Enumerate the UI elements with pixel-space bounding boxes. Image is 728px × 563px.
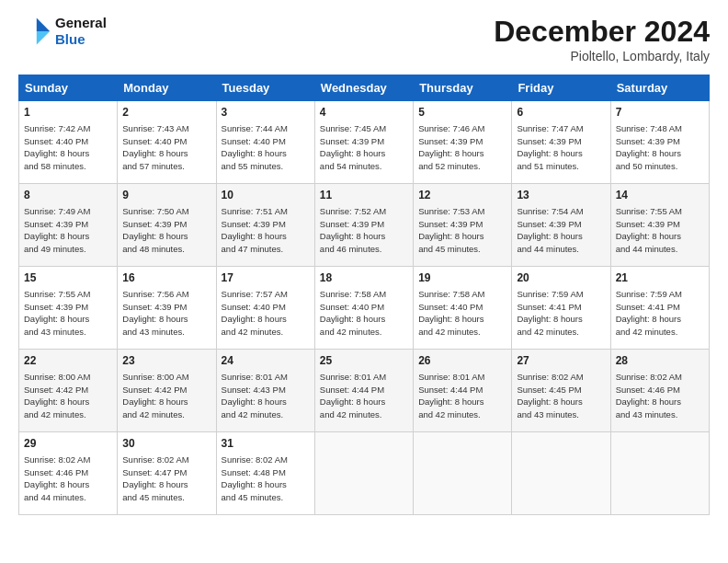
calendar-day-21: 21Sunrise: 7:59 AM Sunset: 4:41 PM Dayli… bbox=[610, 267, 709, 350]
day-number: 8 bbox=[24, 188, 112, 203]
day-number: 13 bbox=[517, 188, 605, 203]
day-info: Sunrise: 8:02 AM Sunset: 4:46 PM Dayligh… bbox=[616, 371, 704, 421]
day-number: 22 bbox=[24, 353, 112, 369]
day-number: 5 bbox=[418, 105, 506, 121]
day-info: Sunrise: 7:44 AM Sunset: 4:40 PM Dayligh… bbox=[222, 122, 310, 173]
calendar-day-3: 3Sunrise: 7:44 AM Sunset: 4:40 PM Daylig… bbox=[216, 101, 314, 184]
title-block: December 2024 Pioltello, Lombardy, Italy bbox=[494, 15, 710, 63]
day-number: 29 bbox=[24, 436, 112, 452]
day-number: 16 bbox=[122, 270, 210, 286]
calendar-day-31: 31Sunrise: 8:02 AM Sunset: 4:48 PM Dayli… bbox=[216, 432, 314, 515]
day-number: 26 bbox=[418, 353, 506, 369]
day-number: 23 bbox=[122, 353, 210, 369]
weekday-header-saturday: Saturday bbox=[610, 75, 709, 101]
calendar-day-9: 9Sunrise: 7:50 AM Sunset: 4:39 PM Daylig… bbox=[118, 184, 216, 267]
calendar-day-6: 6Sunrise: 7:47 AM Sunset: 4:39 PM Daylig… bbox=[512, 101, 610, 184]
day-info: Sunrise: 7:58 AM Sunset: 4:40 PM Dayligh… bbox=[418, 288, 506, 339]
day-info: Sunrise: 7:42 AM Sunset: 4:40 PM Dayligh… bbox=[24, 122, 112, 173]
day-info: Sunrise: 8:01 AM Sunset: 4:44 PM Dayligh… bbox=[418, 371, 506, 421]
calendar-day-25: 25Sunrise: 8:01 AM Sunset: 4:44 PM Dayli… bbox=[314, 350, 413, 432]
day-info: Sunrise: 7:48 AM Sunset: 4:39 PM Dayligh… bbox=[616, 122, 704, 173]
day-number: 9 bbox=[122, 188, 210, 203]
calendar-day-8: 8Sunrise: 7:49 AM Sunset: 4:39 PM Daylig… bbox=[19, 184, 118, 267]
calendar-day-10: 10Sunrise: 7:51 AM Sunset: 4:39 PM Dayli… bbox=[216, 184, 314, 267]
calendar-day-7: 7Sunrise: 7:48 AM Sunset: 4:39 PM Daylig… bbox=[610, 101, 709, 184]
day-number: 31 bbox=[222, 436, 310, 452]
calendar-day-27: 27Sunrise: 8:02 AM Sunset: 4:45 PM Dayli… bbox=[512, 350, 610, 432]
day-info: Sunrise: 8:02 AM Sunset: 4:48 PM Dayligh… bbox=[222, 454, 310, 504]
calendar-day-20: 20Sunrise: 7:59 AM Sunset: 4:41 PM Dayli… bbox=[512, 267, 610, 350]
weekday-header-row: SundayMondayTuesdayWednesdayThursdayFrid… bbox=[19, 75, 710, 101]
calendar-day-16: 16Sunrise: 7:56 AM Sunset: 4:39 PM Dayli… bbox=[118, 267, 216, 350]
svg-marker-0 bbox=[37, 18, 50, 31]
weekday-header-monday: Monday bbox=[118, 75, 216, 101]
day-info: Sunrise: 7:58 AM Sunset: 4:40 PM Dayligh… bbox=[320, 288, 408, 339]
day-info: Sunrise: 8:01 AM Sunset: 4:44 PM Dayligh… bbox=[320, 371, 408, 421]
calendar-day-22: 22Sunrise: 8:00 AM Sunset: 4:42 PM Dayli… bbox=[19, 350, 118, 432]
day-info: Sunrise: 7:57 AM Sunset: 4:40 PM Dayligh… bbox=[222, 288, 310, 339]
calendar-day-24: 24Sunrise: 8:01 AM Sunset: 4:43 PM Dayli… bbox=[216, 350, 314, 432]
calendar-day-26: 26Sunrise: 8:01 AM Sunset: 4:44 PM Dayli… bbox=[414, 350, 512, 432]
empty-cell bbox=[414, 432, 512, 515]
weekday-header-friday: Friday bbox=[512, 75, 610, 101]
logo-text: General Blue bbox=[55, 15, 107, 48]
day-info: Sunrise: 8:01 AM Sunset: 4:43 PM Dayligh… bbox=[222, 371, 310, 421]
calendar-day-28: 28Sunrise: 8:02 AM Sunset: 4:46 PM Dayli… bbox=[610, 350, 709, 432]
calendar-day-1: 1Sunrise: 7:42 AM Sunset: 4:40 PM Daylig… bbox=[19, 101, 118, 184]
calendar-day-29: 29Sunrise: 8:02 AM Sunset: 4:46 PM Dayli… bbox=[19, 432, 118, 515]
calendar-day-19: 19Sunrise: 7:58 AM Sunset: 4:40 PM Dayli… bbox=[414, 267, 512, 350]
calendar-table: SundayMondayTuesdayWednesdayThursdayFrid… bbox=[18, 75, 710, 515]
day-info: Sunrise: 7:55 AM Sunset: 4:39 PM Dayligh… bbox=[24, 288, 112, 339]
calendar-day-18: 18Sunrise: 7:58 AM Sunset: 4:40 PM Dayli… bbox=[314, 267, 413, 350]
calendar-week-3: 15Sunrise: 7:55 AM Sunset: 4:39 PM Dayli… bbox=[19, 267, 710, 350]
day-info: Sunrise: 7:51 AM Sunset: 4:39 PM Dayligh… bbox=[222, 205, 310, 256]
weekday-header-sunday: Sunday bbox=[19, 75, 118, 101]
day-info: Sunrise: 7:59 AM Sunset: 4:41 PM Dayligh… bbox=[517, 288, 605, 339]
day-number: 2 bbox=[122, 105, 210, 121]
calendar-day-15: 15Sunrise: 7:55 AM Sunset: 4:39 PM Dayli… bbox=[19, 267, 118, 350]
calendar-day-11: 11Sunrise: 7:52 AM Sunset: 4:39 PM Dayli… bbox=[314, 184, 413, 267]
day-number: 11 bbox=[320, 188, 408, 203]
day-info: Sunrise: 7:55 AM Sunset: 4:39 PM Dayligh… bbox=[616, 205, 704, 256]
day-number: 15 bbox=[24, 270, 112, 286]
calendar-day-4: 4Sunrise: 7:45 AM Sunset: 4:39 PM Daylig… bbox=[314, 101, 413, 184]
location: Pioltello, Lombardy, Italy bbox=[494, 49, 710, 63]
day-info: Sunrise: 7:52 AM Sunset: 4:39 PM Dayligh… bbox=[320, 205, 408, 256]
svg-marker-1 bbox=[37, 31, 50, 44]
day-info: Sunrise: 7:53 AM Sunset: 4:39 PM Dayligh… bbox=[418, 205, 506, 256]
day-info: Sunrise: 7:56 AM Sunset: 4:39 PM Dayligh… bbox=[122, 288, 210, 339]
logo: General Blue bbox=[18, 15, 107, 48]
day-info: Sunrise: 7:46 AM Sunset: 4:39 PM Dayligh… bbox=[418, 122, 506, 173]
page: General Blue December 2024 Pioltello, Lo… bbox=[0, 0, 728, 563]
logo-icon bbox=[18, 15, 51, 48]
weekday-header-thursday: Thursday bbox=[414, 75, 512, 101]
day-number: 10 bbox=[222, 188, 310, 203]
calendar-week-1: 1Sunrise: 7:42 AM Sunset: 4:40 PM Daylig… bbox=[19, 101, 710, 184]
empty-cell bbox=[512, 432, 610, 515]
day-info: Sunrise: 7:49 AM Sunset: 4:39 PM Dayligh… bbox=[24, 205, 112, 256]
day-number: 30 bbox=[122, 436, 210, 452]
day-number: 25 bbox=[320, 353, 408, 369]
calendar-week-2: 8Sunrise: 7:49 AM Sunset: 4:39 PM Daylig… bbox=[19, 184, 710, 267]
calendar-week-4: 22Sunrise: 8:00 AM Sunset: 4:42 PM Dayli… bbox=[19, 350, 710, 432]
day-info: Sunrise: 8:02 AM Sunset: 4:47 PM Dayligh… bbox=[122, 454, 210, 504]
calendar-day-5: 5Sunrise: 7:46 AM Sunset: 4:39 PM Daylig… bbox=[414, 101, 512, 184]
day-info: Sunrise: 7:54 AM Sunset: 4:39 PM Dayligh… bbox=[517, 205, 605, 256]
weekday-header-tuesday: Tuesday bbox=[216, 75, 314, 101]
day-info: Sunrise: 7:45 AM Sunset: 4:39 PM Dayligh… bbox=[320, 122, 408, 173]
day-number: 14 bbox=[616, 188, 704, 203]
day-number: 27 bbox=[517, 353, 605, 369]
day-info: Sunrise: 8:00 AM Sunset: 4:42 PM Dayligh… bbox=[24, 371, 112, 421]
calendar-week-5: 29Sunrise: 8:02 AM Sunset: 4:46 PM Dayli… bbox=[19, 432, 710, 515]
day-number: 19 bbox=[418, 270, 506, 286]
calendar-day-30: 30Sunrise: 8:02 AM Sunset: 4:47 PM Dayli… bbox=[118, 432, 216, 515]
day-number: 4 bbox=[320, 105, 408, 121]
calendar-day-23: 23Sunrise: 8:00 AM Sunset: 4:42 PM Dayli… bbox=[118, 350, 216, 432]
day-number: 12 bbox=[418, 188, 506, 203]
calendar-day-2: 2Sunrise: 7:43 AM Sunset: 4:40 PM Daylig… bbox=[118, 101, 216, 184]
calendar-day-17: 17Sunrise: 7:57 AM Sunset: 4:40 PM Dayli… bbox=[216, 267, 314, 350]
calendar-day-13: 13Sunrise: 7:54 AM Sunset: 4:39 PM Dayli… bbox=[512, 184, 610, 267]
calendar-day-12: 12Sunrise: 7:53 AM Sunset: 4:39 PM Dayli… bbox=[414, 184, 512, 267]
day-info: Sunrise: 7:59 AM Sunset: 4:41 PM Dayligh… bbox=[616, 288, 704, 339]
day-number: 3 bbox=[222, 105, 310, 121]
